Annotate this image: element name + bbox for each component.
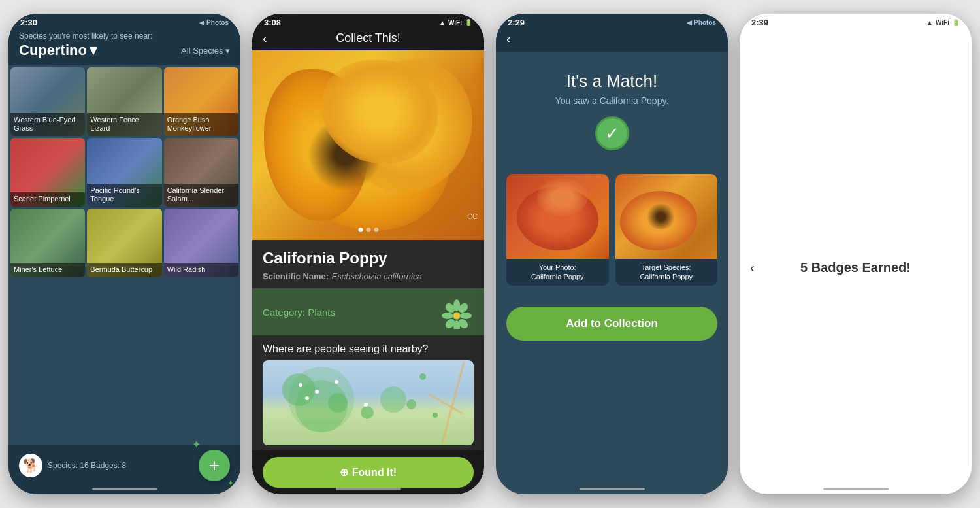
time-1: 2:30 [20,18,37,27]
header-1: Species you're most likely to see near: … [8,29,240,65]
species-label-0: Western Blue-Eyed Grass [10,113,85,136]
back-label-1: ◀ Photos [199,19,229,26]
back-button-4[interactable]: ‹ [750,260,755,275]
svg-point-3 [442,313,453,319]
species-hero-image: CC [252,50,484,240]
sci-label: Scientific Name: [263,271,329,281]
screen2-title: Collect This! [336,31,400,45]
status-bar-1: 2:30 ◀ Photos [8,14,240,29]
species-item-0[interactable]: Western Blue-Eyed Grass [10,67,85,136]
cc-label: CC [467,212,478,220]
found-it-button[interactable]: ⊕ Found It! [263,457,474,488]
species-item-8[interactable]: Wild Radish [164,209,238,277]
phone-3: 2:29 ◀ Photos ‹ It's a Match! You saw a … [496,14,728,494]
status-bar-2: 3:08 ▲ WiFi 🔋 [252,14,484,29]
your-photo-image [506,174,609,259]
category-bar: Category: Plants [252,288,484,335]
species-label-3: Scarlet Pimpernel [10,192,85,207]
screen-2: 3:08 ▲ WiFi 🔋 ‹ Collect This! CC [252,14,484,494]
species-item-3[interactable]: Scarlet Pimpernel [10,138,85,207]
nearby-section: Where are people seeing it nearby? [252,335,484,450]
photos-row: Your Photo:California Poppy Target Speci… [496,174,728,296]
home-indicator-4 [823,488,889,490]
avatar-icon: 🐕 [19,454,42,477]
phone-1: 2:30 ◀ Photos Species you're most likely… [8,14,240,494]
map-view[interactable] [263,360,474,445]
sparkle-icon-1: ✦ [192,438,201,450]
found-icon: ⊕ [340,466,348,479]
home-indicator-3 [580,488,645,490]
badges-title: 5 Badges Earned! [800,260,911,275]
time-2: 3:08 [264,18,281,27]
species-label-2: Orange Bush Monkeyflower [164,113,238,136]
phone-4: 2:39 ▲ WiFi 🔋 ‹ 5 Badges Earned! [740,14,972,494]
species-label-1: Western Fence Lizard [87,113,161,136]
species-item-6[interactable]: Miner's Lettuce [10,209,85,277]
target-photo-label: Target Species:California Poppy [615,259,718,286]
found-label: Found It! [352,467,397,479]
home-indicator-2 [336,488,401,490]
sci-name: Eschscholzia californica [332,271,422,281]
location-display[interactable]: Cupertino ▾ [19,42,97,59]
time-4: 2:39 [751,18,768,27]
your-photo-label: Your Photo:California Poppy [506,259,609,286]
status-icons-4: ▲ WiFi 🔋 [926,19,960,26]
bottom-bar-1: 🐕 Species: 16 Badges: 8 ✦ + ✦ [8,445,240,494]
checkmark-icon: ✓ [595,116,629,150]
nav-bar-3: ‹ [496,29,728,52]
species-label-8: Wild Radish [164,263,238,277]
nearby-title: Where are people seeing it nearby? [263,343,474,355]
species-item-4[interactable]: Pacific Hound's Tongue [87,138,161,207]
species-info-2: California Poppy Scientific Name: Eschsc… [252,240,484,288]
back-label-3: ◀ Photos [687,19,716,26]
home-indicator-1 [92,488,157,490]
screens-container: 2:30 ◀ Photos Species you're most likely… [0,1,980,507]
species-label-7: Bermuda Buttercup [87,263,161,277]
nav-bar-4: ‹ 5 Badges Earned! [740,29,972,494]
species-item-7[interactable]: Bermuda Buttercup [87,209,161,277]
species-grid: Western Blue-Eyed Grass Western Fence Li… [8,65,240,279]
back-button-3[interactable]: ‹ [506,31,511,46]
species-item-2[interactable]: Orange Bush Monkeyflower [164,67,238,136]
stats-label: Species: 16 Badges: 8 [48,461,126,470]
status-bar-3: 2:29 ◀ Photos [496,14,728,29]
add-collection-button[interactable]: Add to Collection [506,307,717,341]
species-name-2: California Poppy [263,249,474,267]
svg-point-4 [460,313,472,319]
all-species-btn[interactable]: All Species ▾ [181,46,230,56]
plant-icon [440,295,474,329]
nav-bar-2: ‹ Collect This! [252,29,484,50]
target-photo-card: Target Species:California Poppy [615,174,718,286]
time-3: 2:29 [508,18,525,27]
svg-point-9 [453,313,460,319]
species-label-5: California Slender Salam... [164,184,238,207]
sparkle-icon-2: ✦ [227,479,234,488]
screen-1: 2:30 ◀ Photos Species you're most likely… [8,14,240,494]
category-text: Category: Plants [263,307,335,318]
add-button[interactable]: + [199,450,230,481]
target-photo-image [615,174,718,259]
add-collection-label: Add to Collection [566,317,658,330]
match-section: It's a Match! You saw a California Poppy… [496,52,728,174]
species-label-6: Miner's Lettuce [10,263,85,277]
screen-3: 2:29 ◀ Photos ‹ It's a Match! You saw a … [496,14,728,494]
screen-4: 2:39 ▲ WiFi 🔋 ‹ 5 Badges Earned! [740,14,972,494]
back-button-2[interactable]: ‹ [263,31,267,46]
phone-2: 3:08 ▲ WiFi 🔋 ‹ Collect This! CC [252,14,484,494]
species-item-5[interactable]: California Slender Salam... [164,138,238,207]
subtitle-1: Species you're most likely to see near: [19,31,230,41]
status-icons-2: ▲ WiFi 🔋 [439,19,472,26]
match-subtitle: You saw a California Poppy. [506,95,717,106]
species-label-4: Pacific Hound's Tongue [87,184,161,207]
species-item-1[interactable]: Western Fence Lizard [87,67,161,136]
status-bar-4: 2:39 ▲ WiFi 🔋 [740,14,972,29]
image-dots [358,228,378,232]
your-photo-card: Your Photo:California Poppy [506,174,609,286]
match-title: It's a Match! [506,71,717,92]
